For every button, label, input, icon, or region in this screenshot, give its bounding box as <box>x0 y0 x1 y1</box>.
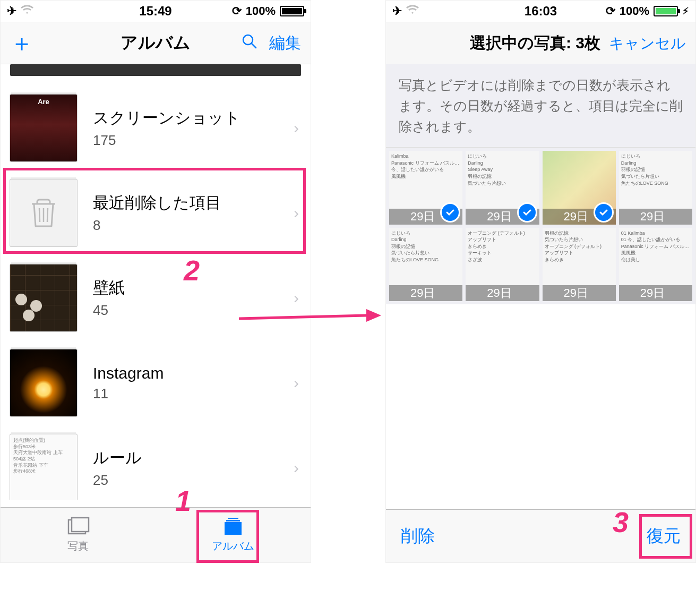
photo-cell[interactable]: 羽根の記憶気づいたら片想いオープニング (デフォルト)アップリフトきらめき29日 <box>543 228 616 301</box>
selected-check-icon <box>517 202 537 223</box>
svg-line-1 <box>252 44 256 48</box>
airplane-icon: ✈︎ <box>7 4 16 18</box>
photo-cell[interactable]: オープニング (デフォルト)アップリフトきらめきサーキットさざ波29日 <box>466 228 539 301</box>
svg-rect-9 <box>228 518 238 519</box>
chevron-right-icon: › <box>294 459 299 477</box>
album-count: 175 <box>93 132 301 149</box>
photo-cell[interactable]: KalimbaPanasonic リフォーム バスル…今、話したい誰かがいる風風… <box>389 151 462 224</box>
days-label: 29日 <box>619 285 692 301</box>
album-name: スクリーンショット <box>93 107 301 129</box>
days-label: 29日 <box>543 285 616 301</box>
days-label: 29日 <box>389 285 462 301</box>
photo-cell[interactable]: 01 Kalimba01 今、話したい誰かがいるPanasonic リフォーム … <box>619 228 692 301</box>
svg-rect-8 <box>226 520 240 521</box>
album-name: 壁紙 <box>93 277 301 299</box>
info-banner: 写真とビデオには削除までの日数が表示されます。その日数が経過すると、項目は完全に… <box>386 64 695 148</box>
albums-screen: ✈︎ 15:49 ⟳ 100% ＋ アルバム 編集 <box>0 0 311 563</box>
selected-check-icon <box>440 202 460 223</box>
chevron-right-icon: › <box>294 119 299 137</box>
photo-cell[interactable]: にじいろDarling羽根の記憶気づいたら片想い魚たちのLOVE SONG29日 <box>619 151 692 224</box>
photo-cell[interactable]: にじいろDarlingSleep Away羽根の記憶気づいたら片想い29日 <box>466 151 539 224</box>
trash-icon <box>30 198 57 228</box>
wifi-icon <box>21 4 33 18</box>
svg-marker-11 <box>366 309 381 322</box>
lock-rotation-icon: ⟳ <box>606 4 615 18</box>
days-label: 29日 <box>619 209 692 225</box>
nav-bar: 選択中の写真: 3枚 キャンセル <box>386 22 695 64</box>
nav-bar: ＋ アルバム 編集 <box>1 22 311 64</box>
album-count: 11 <box>93 386 301 402</box>
tab-bar: 写真 アルバム <box>1 507 311 562</box>
battery-icon <box>280 6 304 16</box>
album-row-rules[interactable]: 起点(我的位置)步行503米天府大道中段南站 上车504路 2站音乐花园站 下车… <box>1 425 311 500</box>
album-thumb <box>10 264 77 331</box>
tab-albums[interactable]: アルバム <box>156 508 311 562</box>
charging-icon: ⚡︎ <box>682 5 689 17</box>
svg-rect-6 <box>72 518 89 532</box>
album-thumb <box>10 179 77 246</box>
battery-percent: 100% <box>620 4 649 18</box>
album-name: Instagram <box>93 364 301 382</box>
status-bar: ✈︎ 15:49 ⟳ 100% <box>1 1 311 22</box>
photo-cell[interactable]: 29日 <box>543 151 616 224</box>
photo-cell[interactable]: にじいろDarling羽根の記憶気づいたら片想い魚たちのLOVE SONG29日 <box>389 228 462 301</box>
tab-photos[interactable]: 写真 <box>1 508 156 562</box>
album-name: ルール <box>93 447 301 469</box>
recently-deleted-screen: ✈︎ 16:03 ⟳ 100% ⚡︎ 選択中の写真: 3枚 キャンセル 写真とビ… <box>385 0 696 563</box>
toolbar: 削除 復元 <box>386 509 695 562</box>
battery-percent: 100% <box>246 4 276 18</box>
arrow-icon <box>234 303 382 335</box>
album-thumb <box>10 95 77 161</box>
svg-line-4 <box>47 208 48 222</box>
selected-check-icon <box>594 202 614 223</box>
svg-line-2 <box>39 208 40 222</box>
album-row-recently-deleted[interactable]: 最近削除した項目 8 › <box>1 170 311 255</box>
days-label: 29日 <box>466 285 539 301</box>
album-row-partial <box>10 64 301 76</box>
album-thumb <box>10 349 77 416</box>
album-thumb: 起点(我的位置)步行503米天府大道中段南站 上车504路 2站音乐花园站 下车… <box>10 434 77 500</box>
album-name: 最近削除した項目 <box>93 192 301 214</box>
photo-grid: KalimbaPanasonic リフォーム バスル…今、話したい誰かがいる風風… <box>386 148 695 304</box>
tab-label: アルバム <box>212 539 254 553</box>
delete-button[interactable]: 削除 <box>401 525 435 548</box>
tab-label: 写真 <box>67 539 89 553</box>
chevron-right-icon: › <box>294 204 299 222</box>
add-button[interactable]: ＋ <box>10 28 33 59</box>
album-row-instagram[interactable]: Instagram 11 › <box>1 340 311 425</box>
lock-rotation-icon: ⟳ <box>232 4 242 18</box>
album-list: スクリーンショット 175 › 最近削除した項目 8 › 壁紙 <box>1 64 311 500</box>
search-icon[interactable] <box>242 33 257 53</box>
album-count: 25 <box>93 472 301 489</box>
restore-button[interactable]: 復元 <box>647 525 681 548</box>
battery-icon <box>654 6 678 16</box>
nav-title: 選択中の写真: 3枚 <box>470 32 609 54</box>
svg-line-10 <box>239 315 366 319</box>
status-bar: ✈︎ 16:03 ⟳ 100% ⚡︎ <box>386 1 695 22</box>
edit-button[interactable]: 編集 <box>269 32 301 54</box>
chevron-right-icon: › <box>294 374 299 392</box>
cancel-button[interactable]: キャンセル <box>609 33 686 54</box>
airplane-icon: ✈︎ <box>392 4 402 18</box>
album-count: 8 <box>93 217 301 234</box>
svg-rect-7 <box>225 522 242 535</box>
wifi-icon <box>406 4 419 18</box>
album-row-screenshots[interactable]: スクリーンショット 175 › <box>1 85 311 170</box>
